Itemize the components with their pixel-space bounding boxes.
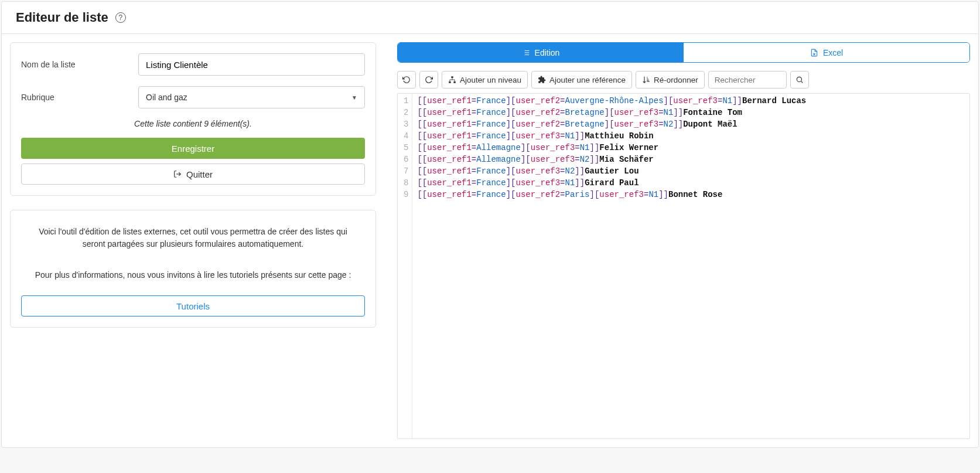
svg-line-11 [801,81,803,83]
editor-line[interactable]: [[user_ref1=Allemagne][user_ref3=N2]]Mia… [417,154,965,165]
puzzle-icon [538,76,546,84]
editor-line[interactable]: [[user_ref1=Allemagne][user_ref3=N1]]Fel… [417,142,965,154]
item-count-text: Cette liste contient 9 élément(s). [21,119,365,128]
search-input[interactable] [708,71,787,89]
editor-line[interactable]: [[user_ref1=France][user_ref3=N1]]Girard… [417,177,965,189]
info-text-1: Voici l'outil d'édition de listes extern… [21,221,365,255]
tab-excel[interactable]: Excel [684,43,969,62]
editor-line[interactable]: [[user_ref1=France][user_ref2=Bretagne][… [417,107,965,118]
code-editor[interactable]: 123456789 [[user_ref1=France][user_ref2=… [397,93,970,439]
list-name-input[interactable] [138,53,365,76]
info-text-2: Pour plus d'informations, nous vous invi… [21,264,365,286]
add-level-button[interactable]: Ajouter un niveau [442,71,528,89]
tab-edition[interactable]: Edition [398,43,684,62]
editor-line[interactable]: [[user_ref1=France][user_ref2=Bretagne][… [417,118,965,130]
redo-icon [425,76,433,84]
search-icon [795,76,804,84]
info-card: Voici l'outil d'édition de listes extern… [10,210,376,328]
editor-toolbar: Ajouter un niveau Ajouter une référence … [397,71,970,89]
save-button[interactable]: Enregistrer [21,138,365,159]
undo-icon [402,76,411,84]
svg-point-10 [797,77,801,81]
editor-line[interactable]: [[user_ref1=France][user_ref2=Paris][use… [417,189,965,200]
reorder-button[interactable]: Ré-ordonner [636,71,705,89]
page-title: Editeur de liste [16,10,108,25]
editor-tabs: Edition Excel [397,42,970,63]
help-icon[interactable]: ? [115,12,126,23]
excel-icon [810,49,818,57]
list-icon [522,49,530,57]
redo-button[interactable] [419,71,438,89]
editor-line[interactable]: [[user_ref1=France][user_ref2=Auvergne-R… [417,95,965,107]
category-select[interactable]: Oil and gaz ▼ [138,86,365,108]
sign-out-icon [173,170,182,178]
editor-line[interactable]: [[user_ref1=France][user_ref3=N2]]Gautie… [417,165,965,177]
chevron-down-icon: ▼ [351,94,357,101]
tutorials-button[interactable]: Tutoriels [21,295,365,317]
hierarchy-icon [448,76,456,84]
editor-code[interactable]: [[user_ref1=France][user_ref2=Auvergne-R… [412,94,969,438]
svg-rect-9 [453,81,456,83]
quit-button[interactable]: Quitter [21,164,365,185]
svg-rect-8 [449,81,451,83]
page-header: Editeur de liste ? [2,2,978,34]
undo-button[interactable] [397,71,416,89]
add-reference-button[interactable]: Ajouter une référence [531,71,632,89]
form-card: Nom de la liste Rubrique Oil and gaz ▼ C… [10,42,376,196]
category-selected-value: Oil and gaz [146,93,187,102]
sort-icon [642,76,650,84]
svg-rect-7 [451,76,453,78]
editor-gutter: 123456789 [398,94,412,438]
editor-line[interactable]: [[user_ref1=France][user_ref3=N1]]Matthi… [417,130,965,142]
search-button[interactable] [790,71,809,89]
name-label: Nom de la liste [21,60,138,69]
category-label: Rubrique [21,93,138,102]
